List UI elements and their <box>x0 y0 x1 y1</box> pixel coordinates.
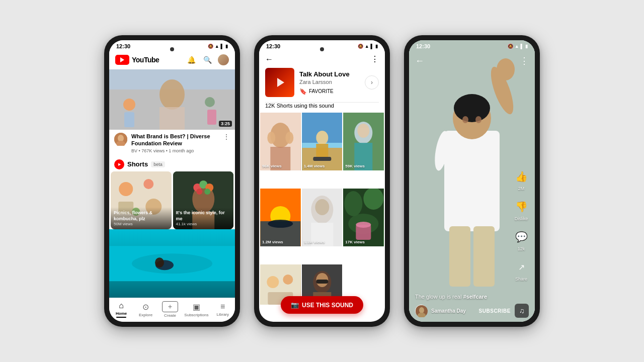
svg-point-39 <box>316 131 328 145</box>
comment-icon: 💬 <box>513 228 530 245</box>
short-views-1: 50M views <box>114 222 169 227</box>
svg-rect-40 <box>316 144 328 159</box>
cell-views-5: 1.1M views <box>304 240 325 244</box>
status-icons-1: 🔕 ▲ ▌ ▮ <box>208 44 228 49</box>
svg-rect-70 <box>316 280 328 284</box>
svg-point-5 <box>205 97 215 107</box>
svg-point-9 <box>118 135 124 142</box>
music-button[interactable]: ♫ <box>515 304 529 318</box>
caption-text: The glow up is real <box>415 294 461 300</box>
camera-icon: 📷 <box>291 301 299 309</box>
channel-avatar-3[interactable] <box>415 305 427 317</box>
short-card-2[interactable]: It's the iconic style, for me 41.1k view… <box>173 171 234 229</box>
search-button[interactable]: 🔍 <box>202 54 213 65</box>
sound-cell-6[interactable]: 17K views <box>343 189 384 246</box>
cell-views-6: 17K views <box>345 240 365 244</box>
channel-avatar-1[interactable] <box>114 133 127 146</box>
short-card-1[interactable]: Picnics, flowers & kombucha, plz 50M vie… <box>111 171 172 229</box>
short-label-1: Picnics, flowers & kombucha, plz 50M vie… <box>111 207 172 229</box>
svg-point-35 <box>285 132 293 144</box>
volume-icon-1: 🔕 <box>208 44 213 49</box>
back-button-2[interactable]: ← <box>265 55 273 64</box>
video-info: What Brand is Best? | Diverse Foundation… <box>109 130 235 156</box>
phone-3: 12:30 🔕 ▲ ▌ ▮ ← ⋮ <box>404 35 540 327</box>
more-button-3[interactable]: ⋮ <box>520 55 529 66</box>
avatar[interactable] <box>218 54 229 65</box>
comment-button[interactable]: 💬 12k <box>513 228 530 251</box>
svg-point-13 <box>143 179 153 189</box>
phone-1-screen: 12:30 🔕 ▲ ▌ ▮ YouTube 🔔 🔍 <box>109 40 235 322</box>
sound-cell-1[interactable]: 96K views <box>260 113 301 170</box>
shorts-caption: The glow up is real #selfcare <box>415 294 529 300</box>
svg-point-12 <box>119 182 133 196</box>
svg-point-55 <box>315 199 329 215</box>
subscriptions-icon: ▣ <box>193 302 200 312</box>
like-button[interactable]: 👍 2M <box>513 168 530 191</box>
sound-nav-arrow[interactable]: › <box>365 75 379 89</box>
nav-subscriptions[interactable]: ▣ Subscriptions <box>184 302 208 317</box>
back-button-3[interactable]: ← <box>415 56 424 66</box>
channel-name-3: Samantha Day <box>431 308 475 314</box>
channel-row: Samantha Day SUBSCRIBE ♫ <box>415 304 529 318</box>
nav-explore[interactable]: ⊙ Explore <box>136 302 156 317</box>
nav-home-underline <box>116 317 126 318</box>
dislike-button[interactable]: 👎 Dislike <box>513 198 530 221</box>
phone-1: 12:30 🔕 ▲ ▌ ▮ YouTube 🔔 🔍 <box>104 35 240 327</box>
camera-dot-2 <box>320 47 324 51</box>
pool-image[interactable] <box>109 229 235 298</box>
sound-cell-5[interactable]: 1.1M views <box>302 189 343 246</box>
wifi-icon-3: ▲ <box>515 44 519 49</box>
shorts-beta-badge: beta <box>151 161 165 167</box>
notification-button[interactable]: 🔔 <box>186 54 197 65</box>
dislike-icon: 👎 <box>513 198 530 215</box>
status-icons-2: 🔕 ▲ ▌ ▮ <box>358 44 378 49</box>
status-time-1: 12:30 <box>116 43 130 49</box>
use-sound-label: USE THIS SOUND <box>302 302 353 309</box>
favorite-button[interactable]: 🔖 FAVORITE <box>299 88 360 95</box>
library-icon: ≡ <box>220 302 225 311</box>
more-button-2[interactable]: ⋮ <box>371 54 379 64</box>
status-icons-3: 🔕 ▲ ▌ ▮ <box>508 44 528 49</box>
cell-thumb-3 <box>343 113 384 170</box>
signal-icon-3: ▌ <box>521 44 524 49</box>
volume-icon-3: 🔕 <box>508 44 513 49</box>
sound-details: Talk About Love Zara Larsson 🔖 FAVORITE <box>299 70 360 95</box>
short-label-2: It's the iconic style, for me 41.1k view… <box>173 207 234 229</box>
svg-point-30 <box>155 257 164 267</box>
nav-library[interactable]: ≡ Library <box>213 302 233 317</box>
svg-point-23 <box>196 189 202 195</box>
sound-thumbnail[interactable] <box>265 68 294 97</box>
subscribe-button[interactable]: SUBSCRIBE <box>479 308 511 314</box>
yt-logo-text: YouTube <box>132 56 159 64</box>
shorts-grid: Picnics, flowers & kombucha, plz 50M vie… <box>109 171 235 229</box>
share-button[interactable]: ↗ Share <box>513 258 530 282</box>
video-more-button[interactable]: ⋮ <box>223 133 230 141</box>
cell-thumb-1 <box>260 113 301 170</box>
svg-point-58 <box>364 189 384 210</box>
use-this-sound-button[interactable]: 📷 USE THIS SOUND <box>281 296 363 314</box>
yt-logo: YouTube <box>115 55 159 65</box>
shorts-header: Shorts beta <box>109 156 235 171</box>
shorts-count: 12K Shorts using this sound <box>259 103 385 113</box>
battery-icon-3: ▮ <box>525 44 528 49</box>
sound-cell-4[interactable]: 1.2M views <box>260 189 301 246</box>
nav-library-label: Library <box>217 312 229 317</box>
favorite-label: FAVORITE <box>309 88 334 94</box>
shorts-top-bar: ← ⋮ <box>409 51 535 69</box>
nav-home[interactable]: ⌂ Home <box>111 301 131 318</box>
bottom-nav: ⌂ Home ⊙ Explore ＋ Create ▣ Subscription… <box>109 298 235 322</box>
video-thumbnail[interactable]: 3:25 <box>109 69 235 130</box>
svg-point-24 <box>204 189 210 195</box>
shorts-icon <box>114 159 124 169</box>
nav-explore-label: Explore <box>139 313 152 317</box>
svg-rect-7 <box>207 110 216 125</box>
nav-create[interactable]: ＋ Create <box>160 301 180 318</box>
sound-cell-3[interactable]: 59K views <box>343 113 384 170</box>
shorts-bottom: The glow up is real #selfcare Samantha D… <box>409 290 535 322</box>
video-subtitle: BV • 767K views • 1 month ago <box>131 148 219 153</box>
nav-home-label: Home <box>116 311 127 316</box>
wifi-icon-1: ▲ <box>215 44 219 49</box>
svg-point-46 <box>358 124 370 138</box>
svg-point-85 <box>419 307 424 313</box>
sound-cell-2[interactable]: 1.4M views <box>302 113 343 170</box>
